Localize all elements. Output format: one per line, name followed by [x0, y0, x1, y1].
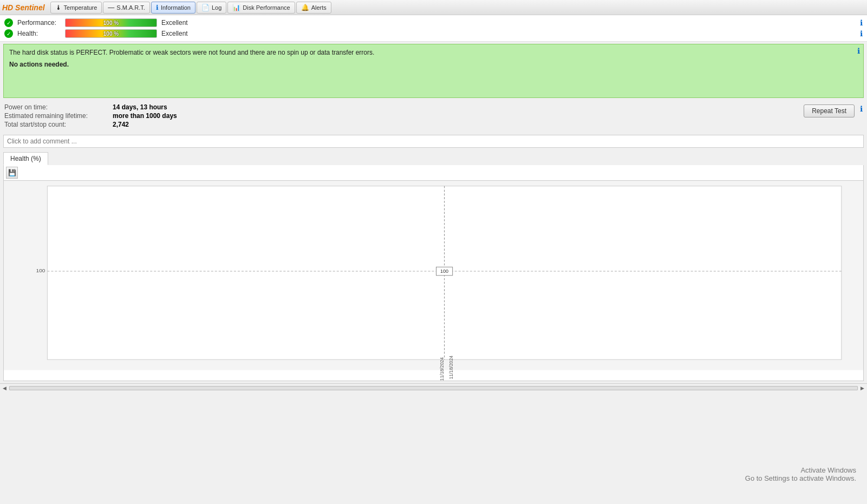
- tab-temperature-label: Temperature: [64, 4, 97, 11]
- comment-section: [0, 133, 867, 150]
- chart-tabs: Health (%): [3, 152, 864, 165]
- lifetime-label: Estimated remaining lifetime:: [4, 112, 113, 120]
- disk-info-details: Power on time: 14 days, 13 hours Estimat…: [4, 103, 804, 129]
- bottom-scrollbar[interactable]: ◀ ▶: [0, 383, 867, 392]
- health-percent: 100 %: [103, 31, 119, 37]
- health-label: Health:: [17, 30, 61, 37]
- repeat-test-area: Repeat Test ℹ: [804, 103, 863, 117]
- message-box: The hard disk status is PERFECT. Problem…: [3, 44, 864, 98]
- scroll-track[interactable]: [9, 386, 858, 390]
- health-status-text: Excellent: [161, 30, 188, 37]
- disk-info-section: Power on time: 14 days, 13 hours Estimat…: [0, 100, 867, 133]
- tab-temperature[interactable]: 🌡 Temperature: [50, 2, 102, 14]
- tab-alerts-label: Alerts: [311, 4, 327, 11]
- power-on-label: Power on time:: [4, 103, 113, 111]
- tab-log[interactable]: 📄 Log: [197, 2, 226, 14]
- tab-alerts[interactable]: 🔔 Alerts: [296, 2, 331, 14]
- health-check-icon: ✓: [4, 29, 13, 38]
- performance-label: Performance:: [17, 19, 61, 27]
- health-info-icon[interactable]: ℹ: [860, 29, 863, 38]
- svg-text:100: 100: [440, 269, 448, 274]
- startstop-value: 2,742: [113, 121, 129, 128]
- performance-info-icon[interactable]: ℹ: [860, 18, 863, 27]
- comment-input[interactable]: [3, 135, 864, 148]
- health-progress-fill: 100 %: [66, 30, 157, 37]
- chart-tab-health-label: Health (%): [10, 155, 41, 162]
- performance-status-text: Excellent: [161, 19, 188, 27]
- health-progress-bar: 100 %: [65, 29, 157, 38]
- log-icon: 📄: [201, 4, 210, 11]
- power-on-row: Power on time: 14 days, 13 hours: [4, 103, 804, 111]
- lifetime-row: Estimated remaining lifetime: more than …: [4, 112, 804, 120]
- lifetime-value: more than 1000 days: [113, 112, 177, 120]
- tab-smart[interactable]: — S.M.A.R.T.: [103, 2, 150, 14]
- startstop-row: Total start/stop count: 2,742: [4, 121, 804, 128]
- message-line2: No actions needed.: [9, 61, 858, 68]
- chart-toolbar: 💾: [3, 165, 864, 181]
- chart-svg: 100 100 11/18/2024 11/18/2024: [4, 181, 863, 381]
- tab-disk-performance-label: Disk Performance: [243, 4, 290, 11]
- tab-disk-performance[interactable]: 📊 Disk Performance: [227, 2, 295, 14]
- performance-progress-fill: 100 %: [66, 19, 157, 27]
- app-logo: HD Sentinel: [2, 3, 45, 12]
- disk-performance-icon: 📊: [232, 4, 240, 11]
- repeat-test-info-icon[interactable]: ℹ: [860, 104, 863, 113]
- performance-check-icon: ✓: [4, 18, 13, 27]
- tab-information-label: Information: [161, 4, 191, 11]
- message-info-icon[interactable]: ℹ: [857, 47, 860, 55]
- svg-text:11/18/2024: 11/18/2024: [439, 357, 444, 381]
- chart-section: Health (%) 💾 100 100: [0, 150, 867, 383]
- chart-save-button[interactable]: 💾: [6, 167, 18, 179]
- svg-text:100: 100: [36, 267, 45, 273]
- alerts-icon: 🔔: [301, 4, 309, 11]
- svg-text:11/18/2024: 11/18/2024: [448, 356, 454, 379]
- repeat-test-button[interactable]: Repeat Test: [804, 104, 855, 117]
- message-line1: The hard disk status is PERFECT. Problem…: [9, 49, 858, 56]
- chart-tab-health[interactable]: Health (%): [3, 152, 48, 165]
- chart-canvas-wrapper: 100 100 11/18/2024 11/18/2024: [3, 181, 864, 381]
- tab-log-label: Log: [212, 4, 221, 11]
- status-section: ✓ Performance: 100 % Excellent ℹ ✓ Healt…: [0, 15, 867, 42]
- power-on-value: 14 days, 13 hours: [113, 103, 167, 111]
- performance-percent: 100 %: [103, 20, 119, 26]
- tab-information[interactable]: ℹ Information: [151, 2, 195, 14]
- toolbar: HD Sentinel 🌡 Temperature — S.M.A.R.T. ℹ…: [0, 0, 867, 15]
- smart-icon: —: [108, 4, 114, 11]
- scroll-right-arrow[interactable]: ▶: [859, 385, 866, 391]
- performance-row: ✓ Performance: 100 % Excellent ℹ: [4, 18, 863, 27]
- performance-progress-bar: 100 %: [65, 18, 157, 27]
- health-row: ✓ Health: 100 % Excellent ℹ: [4, 29, 863, 38]
- tab-smart-label: S.M.A.R.T.: [116, 4, 145, 11]
- temperature-icon: 🌡: [55, 4, 62, 11]
- startstop-label: Total start/stop count:: [4, 121, 113, 128]
- information-icon: ℹ: [156, 4, 159, 11]
- scroll-left-arrow[interactable]: ◀: [1, 385, 8, 391]
